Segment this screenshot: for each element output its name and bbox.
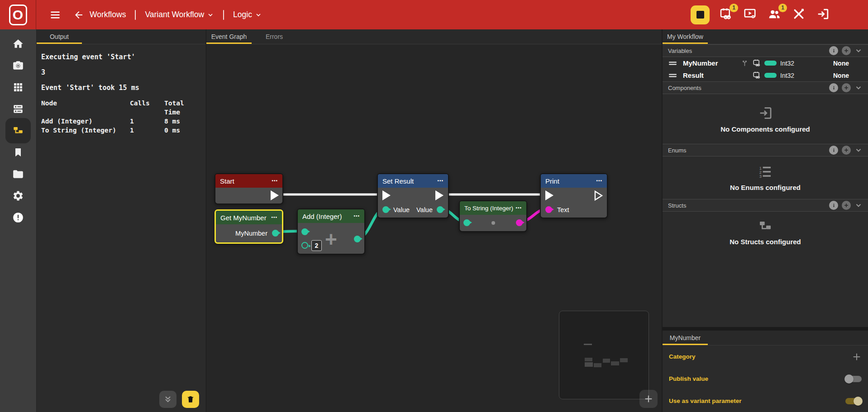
- collapse-chevron-icon[interactable]: [854, 47, 863, 55]
- add-category-button[interactable]: [852, 352, 862, 362]
- int-input-port[interactable]: [382, 206, 389, 213]
- table-cell: 1: [130, 117, 164, 126]
- enums-section-header: Enums: [663, 144, 868, 156]
- versions-badge: 1: [730, 4, 738, 12]
- exec-output-pin-hollow[interactable]: [594, 190, 603, 201]
- node-title: Get MyNumber: [220, 214, 267, 222]
- table-cell: To String (Integer): [41, 126, 130, 135]
- collapse-chevron-icon[interactable]: [854, 84, 863, 92]
- drag-handle-icon[interactable]: [669, 61, 677, 66]
- int-input-port-1[interactable]: [301, 228, 308, 235]
- node-set-result[interactable]: Set Result ••• Value Value: [377, 173, 449, 218]
- node-menu-icon[interactable]: •••: [596, 179, 602, 183]
- string-output-port[interactable]: [516, 219, 523, 226]
- tab-my-workflow[interactable]: My Workflow: [663, 29, 708, 44]
- variant-parameter-toggle[interactable]: [845, 398, 862, 404]
- exit-icon[interactable]: [816, 7, 832, 23]
- sidebar-folder-icon[interactable]: [5, 163, 31, 185]
- sidebar-alerts-icon[interactable]: [5, 207, 31, 228]
- tools-icon[interactable]: [792, 7, 807, 23]
- node-menu-icon[interactable]: •••: [272, 179, 278, 183]
- sidebar-servers-icon[interactable]: [5, 98, 31, 120]
- workflow-selector[interactable]: Variant Workflow: [145, 10, 214, 19]
- publish-value-toggle[interactable]: [845, 376, 862, 382]
- string-input-port[interactable]: [545, 206, 552, 213]
- info-icon[interactable]: [829, 146, 838, 155]
- info-icon[interactable]: [829, 46, 838, 55]
- log-line: Event 'Start' took 15 ms: [41, 83, 201, 92]
- int-input-port[interactable]: [463, 219, 470, 226]
- output-pin-label: Value: [416, 206, 433, 213]
- int-output-port[interactable]: [354, 236, 361, 242]
- variant-branch-icon: [741, 59, 749, 67]
- versions-icon[interactable]: 1: [719, 7, 734, 23]
- node-menu-icon[interactable]: •••: [271, 215, 277, 220]
- hamburger-menu-icon[interactable]: [46, 6, 64, 24]
- tab-event-graph[interactable]: Event Graph: [206, 29, 252, 44]
- add-icon[interactable]: [842, 83, 851, 92]
- left-sidebar: [0, 29, 36, 412]
- minimap-node: [603, 359, 610, 363]
- right-panel: My Workflow Variables MyNumber Int32 Non…: [662, 29, 868, 412]
- collapse-chevron-icon[interactable]: [854, 146, 863, 154]
- toggle-knob: [844, 374, 854, 384]
- int-output-port[interactable]: [437, 206, 444, 213]
- app-logo[interactable]: O: [0, 0, 36, 29]
- stop-button[interactable]: [691, 5, 710, 24]
- back-icon[interactable]: [71, 6, 87, 24]
- tab-errors[interactable]: Errors: [252, 29, 297, 44]
- info-icon[interactable]: [829, 83, 838, 92]
- empty-label: No Enums configured: [730, 184, 801, 191]
- collapse-chevron-icon[interactable]: [854, 201, 863, 209]
- sidebar-bookmark-icon[interactable]: [5, 142, 31, 163]
- exec-output-pin[interactable]: [435, 190, 444, 200]
- col-header-node: Node: [41, 99, 130, 117]
- clear-output-button[interactable]: [182, 391, 199, 408]
- minimap-node: [611, 361, 619, 365]
- node-menu-icon[interactable]: •••: [515, 206, 522, 210]
- exec-input-pin[interactable]: [382, 190, 391, 200]
- node-to-string[interactable]: To String (Integer) •••: [459, 200, 527, 232]
- structs-section-header: Structs: [663, 199, 868, 212]
- scroll-to-bottom-button[interactable]: [159, 391, 176, 408]
- node-start[interactable]: Start •••: [215, 173, 283, 204]
- node-graph[interactable]: Start ••• Get MyNumber ••• MyNumber Add …: [206, 44, 662, 412]
- add-icon[interactable]: [842, 146, 851, 155]
- add-node-button[interactable]: [639, 390, 658, 408]
- collaborators-icon[interactable]: 1: [768, 7, 783, 23]
- variable-row-result[interactable]: Result Int32 None: [663, 69, 868, 81]
- sidebar-settings-icon[interactable]: [5, 185, 31, 207]
- node-print[interactable]: Print ••• Text: [540, 173, 608, 218]
- add-icon[interactable]: [842, 201, 851, 210]
- workflow-selector-label: Variant Workflow: [145, 10, 204, 19]
- drag-handle-icon[interactable]: [669, 73, 677, 78]
- sidebar-workflows-icon[interactable]: [5, 118, 31, 143]
- info-icon[interactable]: [829, 201, 838, 210]
- exec-input-pin[interactable]: [545, 190, 553, 200]
- int-output-port[interactable]: [272, 230, 279, 237]
- col-header-calls: Calls: [130, 99, 164, 117]
- exec-output-pin[interactable]: [271, 190, 279, 200]
- sidebar-camera-icon[interactable]: [5, 55, 31, 76]
- node-menu-icon[interactable]: •••: [437, 179, 444, 183]
- output-actions: [159, 391, 199, 408]
- add-icon[interactable]: [842, 46, 851, 55]
- node-get-mynumber[interactable]: Get MyNumber ••• MyNumber: [215, 209, 283, 244]
- toggle-knob: [854, 397, 863, 406]
- tab-mynumber[interactable]: MyNumber: [663, 331, 708, 345]
- sidebar-home-icon[interactable]: [5, 33, 31, 55]
- node-get-mynumber-header: Get MyNumber •••: [216, 211, 282, 224]
- variable-row-mynumber[interactable]: MyNumber Int32 None: [663, 57, 868, 69]
- graph-canvas[interactable]: Event Graph Errors Start ••• Get MyNumbe…: [206, 29, 662, 412]
- sidebar-apps-icon[interactable]: [5, 76, 31, 98]
- tab-output[interactable]: Output: [37, 29, 82, 44]
- breadcrumb-workflows[interactable]: Workflows: [90, 10, 126, 19]
- node-add-integer[interactable]: Add (Integer) ••• 2 +: [297, 208, 365, 255]
- node-menu-icon[interactable]: •••: [353, 214, 360, 218]
- topbar-actions: 1 1: [691, 5, 868, 24]
- tab-selector[interactable]: Logic: [233, 10, 262, 19]
- screen-settings-icon[interactable]: [743, 7, 758, 23]
- int-input-port-2[interactable]: [301, 242, 308, 249]
- minimap[interactable]: [559, 311, 649, 399]
- input-value-field[interactable]: 2: [311, 240, 322, 251]
